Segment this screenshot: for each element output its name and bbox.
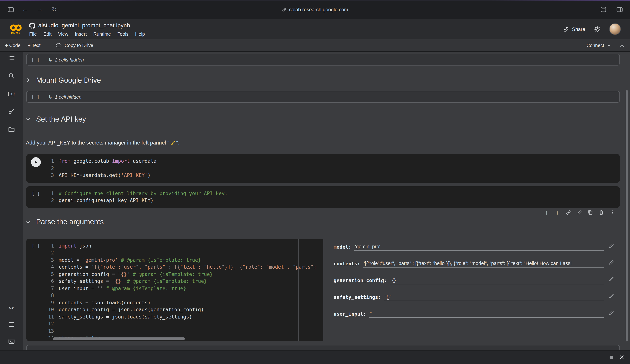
hidden-arrow-icon: ↳	[48, 94, 52, 100]
menu-item-insert[interactable]: Insert	[72, 30, 90, 37]
connect-button[interactable]: Connect	[586, 43, 611, 48]
contents-field[interactable]	[363, 260, 604, 267]
more-vert-icon[interactable]	[609, 209, 616, 216]
hidden-cells-row[interactable]: [ ] ↳ 2 cells hidden	[26, 54, 620, 65]
toolbar-divider	[48, 42, 48, 49]
reload-icon[interactable]: ↻	[49, 4, 60, 14]
add-text-button[interactable]: + Text	[28, 43, 41, 48]
cell-prompt[interactable]: [ ]	[32, 190, 40, 196]
code-line: 13	[45, 327, 324, 335]
section-parse-arguments[interactable]: Parse the arguments	[22, 216, 630, 227]
code-editor[interactable]: 1# Configure the client library by provi…	[45, 190, 620, 204]
code-line: 2genai.configure(api_key=API_KEY)	[45, 197, 620, 204]
avatar[interactable]	[610, 24, 620, 35]
move-cell-up-icon[interactable]: ↑	[543, 209, 550, 216]
notebook-title[interactable]: aistudio_gemini_prompt_chat.ipynb	[38, 22, 130, 29]
add-code-button[interactable]: + Code	[5, 43, 20, 48]
menu-item-help[interactable]: Help	[132, 30, 148, 37]
github-icon	[29, 22, 35, 28]
user-input-field[interactable]	[369, 311, 604, 318]
browser-sidebar-toggle-icon[interactable]	[5, 4, 16, 14]
line-number: 1	[45, 242, 54, 249]
copy-link-icon[interactable]	[565, 209, 572, 216]
colab-logo[interactable]: PRO+	[5, 23, 26, 35]
form-cell-form-pane: model: contents: generat	[324, 239, 620, 341]
menubar: File Edit View Insert Runtime Tools Help	[26, 30, 148, 37]
code-line: 2	[45, 249, 324, 256]
menu-item-edit[interactable]: Edit	[40, 30, 54, 37]
section-set-api-key[interactable]: Set the API key	[22, 114, 630, 125]
section-title: Parse the arguments	[36, 218, 104, 226]
back-icon[interactable]: ←	[20, 4, 30, 14]
command-palette-icon[interactable]	[7, 320, 16, 328]
form-cell-code-pane[interactable]: [ ] 1import json2 3model = 'gemini-pro' …	[26, 239, 324, 341]
settings-gear-icon[interactable]	[594, 26, 601, 32]
notebook-toolbar: + Code + Text Copy to Drive Connect	[0, 39, 630, 52]
line-number: 5	[45, 271, 54, 278]
line-number: 7	[45, 285, 54, 292]
cell-prompt[interactable]: [ ]	[32, 243, 40, 248]
files-folder-icon[interactable]	[7, 125, 16, 133]
terminal-icon[interactable]	[7, 337, 16, 345]
reader-icon[interactable]	[598, 4, 609, 14]
share-button[interactable]: Share	[563, 26, 585, 32]
move-cell-down-icon[interactable]: ↓	[554, 209, 561, 216]
cell-prompt: [ ]	[31, 57, 40, 62]
form-label: model:	[334, 244, 352, 251]
menu-item-file[interactable]: File	[26, 30, 40, 37]
chevron-down-icon[interactable]	[26, 219, 30, 224]
edit-pencil-icon[interactable]	[607, 243, 616, 249]
form-label: user_input:	[334, 311, 366, 318]
code-editor[interactable]: 1import json2 3model = 'gemini-pro' # @p…	[45, 242, 324, 337]
hidden-cells-row[interactable]: [ ] ↳ 1 cell hidden	[26, 91, 620, 103]
cell-prompt: [ ]	[31, 94, 40, 100]
secrets-key-icon[interactable]	[7, 107, 16, 115]
sidebar-panel-icon[interactable]	[614, 4, 625, 14]
menu-item-view[interactable]: View	[55, 30, 71, 37]
code-cell-configure[interactable]: [ ] 1# Configure the client library by p…	[26, 186, 620, 208]
chevron-down-icon[interactable]	[26, 117, 30, 122]
code-editor[interactable]: 1from google.colab import userdata2 3API…	[45, 158, 620, 179]
form-label: safety_settings:	[334, 294, 381, 301]
code-snippets-icon[interactable]: <>	[7, 304, 16, 312]
chevron-right-icon[interactable]	[26, 78, 30, 83]
code-line: 6safety_settings = "{}" # @param {isTemp…	[45, 278, 324, 285]
model-field[interactable]	[354, 244, 604, 251]
safety-settings-field[interactable]	[384, 294, 604, 301]
url-bar[interactable]: colab.research.google.com	[282, 7, 348, 12]
code-cell-userdata[interactable]: 1from google.colab import userdata2 3API…	[26, 154, 620, 182]
generation-config-field[interactable]	[390, 277, 604, 284]
api-key-note: Add your API_KEY to the secrets manager …	[22, 140, 630, 146]
close-panel-icon[interactable]	[620, 355, 624, 360]
edit-pencil-icon[interactable]	[607, 293, 616, 299]
vertical-scrollbar[interactable]	[626, 90, 628, 342]
run-cell-button[interactable]	[31, 157, 41, 167]
code-line: 3model = 'gemini-pro' # @param {isTempla…	[45, 256, 324, 264]
edit-pencil-icon[interactable]	[607, 276, 616, 282]
collapse-header-icon[interactable]	[619, 42, 625, 48]
form-code-cell[interactable]: [ ] 1import json2 3model = 'gemini-pro' …	[26, 239, 620, 341]
section-mount-google-drive[interactable]: Mount Google Drive	[22, 75, 630, 86]
code-line: 8	[45, 292, 324, 299]
edit-pencil-icon[interactable]	[607, 260, 616, 265]
search-icon[interactable]	[7, 72, 16, 80]
copy-to-drive-button[interactable]: Copy to Drive	[56, 43, 93, 48]
edit-pencil-icon[interactable]	[607, 310, 616, 316]
menu-item-tools[interactable]: Tools	[115, 30, 132, 37]
horizontal-scrollbar[interactable]	[53, 337, 185, 340]
form-label: generation_config:	[334, 277, 387, 284]
variables-icon[interactable]: {x}	[7, 90, 16, 98]
menu-item-runtime[interactable]: Runtime	[90, 30, 114, 37]
line-number: 1	[45, 158, 54, 165]
form-row-user-input: user_input:	[334, 308, 616, 318]
hidden-cells-label: ↳ 1 cell hidden	[48, 94, 82, 100]
share-link-icon	[563, 26, 569, 32]
table-of-contents-icon[interactable]	[7, 54, 16, 62]
edit-cell-icon[interactable]	[576, 209, 582, 216]
pro-badge: PRO+	[11, 31, 20, 35]
delete-cell-icon[interactable]	[598, 209, 604, 216]
forward-icon[interactable]: →	[34, 4, 45, 14]
colab-infinity-icon	[9, 23, 22, 32]
next-cell-partial	[26, 345, 620, 350]
copy-cell-icon[interactable]	[587, 209, 594, 216]
